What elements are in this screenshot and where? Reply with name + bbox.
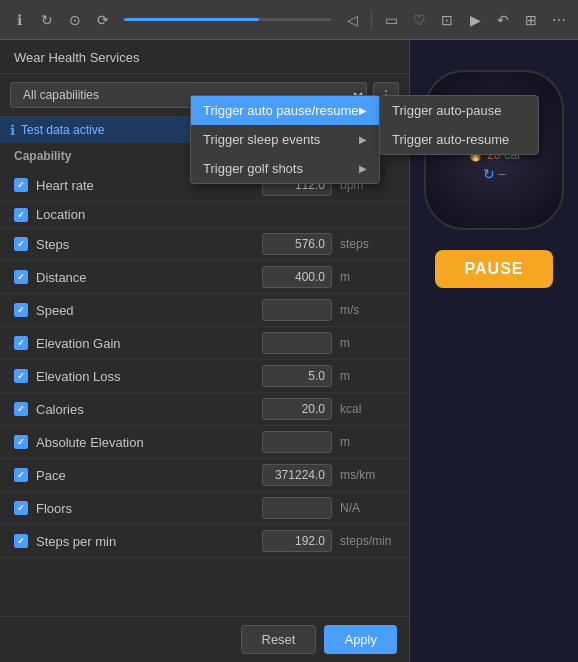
capability-name: Floors [36, 501, 254, 516]
pause-button[interactable]: PAUSE [435, 250, 554, 288]
capability-name: Elevation Gain [36, 336, 254, 351]
capability-checkbox[interactable] [14, 270, 28, 284]
capability-row: Location [0, 202, 409, 228]
capability-value-input[interactable] [262, 530, 332, 552]
capability-checkbox[interactable] [14, 336, 28, 350]
capability-unit: kcal [340, 402, 395, 416]
dropdown-overlay: Trigger auto pause/resume ▶ Trigger slee… [190, 95, 539, 184]
capability-name: Pace [36, 468, 254, 483]
toolbar-separator [371, 10, 372, 30]
capability-unit: N/A [340, 501, 395, 515]
capability-row: Absolute Elevationm [0, 426, 409, 459]
capability-unit: m [340, 369, 395, 383]
capability-row: Elevation Gainm [0, 327, 409, 360]
toolbar-camera-icon[interactable]: ⊡ [436, 9, 458, 31]
submenu-arrow-icon: ▶ [359, 163, 367, 174]
toolbar-layout-icon[interactable]: ⊞ [520, 9, 542, 31]
toolbar-device-icon[interactable]: ▭ [380, 9, 402, 31]
capability-value-input[interactable] [262, 431, 332, 453]
capability-value-input[interactable] [262, 332, 332, 354]
menu-item-label: Trigger auto pause/resume [203, 103, 359, 118]
toolbar-sync-icon[interactable]: ↻ [36, 9, 58, 31]
toolbar-home-icon[interactable]: ⊙ [64, 9, 86, 31]
capability-value-input[interactable] [262, 299, 332, 321]
toolbar-heart-icon[interactable]: ♡ [408, 9, 430, 31]
capability-name: Speed [36, 303, 254, 318]
bottom-bar: Reset Apply [0, 616, 409, 662]
submenu-arrow-icon: ▶ [359, 134, 367, 145]
menu-item-trigger-autopause[interactable]: Trigger auto pause/resume ▶ [191, 96, 379, 125]
toolbar: ℹ ↻ ⊙ ⟳ ◁ ▭ ♡ ⊡ ▶ ↶ ⊞ ⋯ [0, 0, 578, 40]
panel-header: Wear Health Services [0, 40, 409, 74]
submenu-item-label: Trigger auto-pause [392, 103, 501, 118]
capability-row: Steps per minsteps/min [0, 525, 409, 558]
capability-checkbox[interactable] [14, 501, 28, 515]
capability-row: Elevation Lossm [0, 360, 409, 393]
menu-item-trigger-sleep[interactable]: Trigger sleep events ▶ [191, 125, 379, 154]
submenu-item-autoresume[interactable]: Trigger auto-resume [380, 125, 538, 154]
capability-checkbox[interactable] [14, 237, 28, 251]
submenu: Trigger auto-pause Trigger auto-resume [379, 95, 539, 155]
capability-checkbox[interactable] [14, 178, 28, 192]
capability-row: Pacems/km [0, 459, 409, 492]
submenu-item-label: Trigger auto-resume [392, 132, 509, 147]
capability-row: Distancem [0, 261, 409, 294]
toolbar-more-icon[interactable]: ⋯ [548, 9, 570, 31]
capability-unit: m [340, 435, 395, 449]
reset-button[interactable]: Reset [241, 625, 317, 654]
toolbar-refresh-icon[interactable]: ⟳ [92, 9, 114, 31]
capability-checkbox[interactable] [14, 208, 28, 222]
menu-item-trigger-golf[interactable]: Trigger golf shots ▶ [191, 154, 379, 183]
capability-checkbox[interactable] [14, 534, 28, 548]
capability-row: FloorsN/A [0, 492, 409, 525]
toolbar-back-icon[interactable]: ◁ [341, 9, 363, 31]
capability-checkbox[interactable] [14, 435, 28, 449]
progress-fill [124, 18, 259, 21]
capability-value-input[interactable] [262, 464, 332, 486]
apply-button[interactable]: Apply [324, 625, 397, 654]
info-icon: ℹ [10, 122, 15, 138]
progress-bar [124, 18, 331, 21]
toolbar-info-icon[interactable]: ℹ [8, 9, 30, 31]
capability-unit: m [340, 336, 395, 350]
submenu-item-autopause[interactable]: Trigger auto-pause [380, 96, 538, 125]
capability-checkbox[interactable] [14, 402, 28, 416]
toolbar-undo-icon[interactable]: ↶ [492, 9, 514, 31]
info-bar-text: Test data active [21, 123, 104, 137]
capability-name: Steps [36, 237, 254, 252]
capability-list: Heart ratebpmLocationStepsstepsDistancem… [0, 169, 409, 616]
capability-name: Location [36, 207, 395, 222]
capability-unit: steps [340, 237, 395, 251]
context-menu: Trigger auto pause/resume ▶ Trigger slee… [190, 95, 380, 184]
capability-value-input[interactable] [262, 365, 332, 387]
capability-checkbox[interactable] [14, 468, 28, 482]
menu-item-label: Trigger sleep events [203, 132, 320, 147]
capability-row: Calorieskcal [0, 393, 409, 426]
capability-unit: ms/km [340, 468, 395, 482]
capability-name: Steps per min [36, 534, 254, 549]
capability-value-input[interactable] [262, 233, 332, 255]
capability-name: Elevation Loss [36, 369, 254, 384]
capability-row: Stepssteps [0, 228, 409, 261]
capability-value-input[interactable] [262, 398, 332, 420]
capability-value-input[interactable] [262, 497, 332, 519]
capability-unit: steps/min [340, 534, 395, 548]
toolbar-video-icon[interactable]: ▶ [464, 9, 486, 31]
menu-item-label: Trigger golf shots [203, 161, 303, 176]
capability-checkbox[interactable] [14, 303, 28, 317]
capability-name: Absolute Elevation [36, 435, 254, 450]
capability-name: Distance [36, 270, 254, 285]
capability-value-input[interactable] [262, 266, 332, 288]
panel-title: Wear Health Services [14, 50, 139, 65]
capability-unit: m [340, 270, 395, 284]
capability-unit: m/s [340, 303, 395, 317]
capability-name: Calories [36, 402, 254, 417]
capability-row: Speedm/s [0, 294, 409, 327]
capability-checkbox[interactable] [14, 369, 28, 383]
submenu-arrow-icon: ▶ [359, 105, 367, 116]
